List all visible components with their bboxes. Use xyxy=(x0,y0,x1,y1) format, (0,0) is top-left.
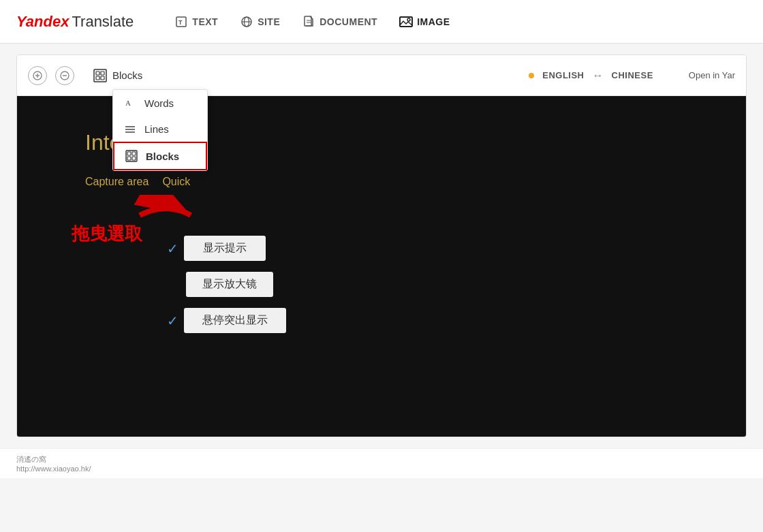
blocks-icon xyxy=(93,69,107,82)
dropdown-item-blocks[interactable]: Blocks xyxy=(113,142,207,170)
svg-rect-5 xyxy=(305,16,311,26)
btn-show-hint[interactable]: 显示提示 xyxy=(184,236,266,261)
view-mode-button[interactable]: Blocks xyxy=(88,66,148,85)
view-mode-dropdown: A Words Lines xyxy=(112,89,208,171)
svg-point-9 xyxy=(407,18,410,21)
document-icon xyxy=(302,15,315,29)
checkmark-1: ✓ xyxy=(167,240,178,257)
zoom-out-button[interactable] xyxy=(55,66,74,85)
logo-yandex: Yandex xyxy=(16,13,69,31)
lang-target-label: CHINESE xyxy=(612,70,653,80)
text-icon: T xyxy=(174,15,188,29)
header: Yandex Translate T TEXT SITE xyxy=(0,0,763,44)
toolbar: Blocks ENGLISH ↔ CHINESE Open in Yar A W… xyxy=(17,55,746,96)
svg-rect-26 xyxy=(132,152,136,155)
check-row-2: 显示放大镜 xyxy=(167,272,691,297)
svg-rect-16 xyxy=(96,72,99,75)
quick-label: Quick xyxy=(162,176,190,188)
nav-document[interactable]: DOCUMENT xyxy=(302,15,377,29)
nav-site-label: SITE xyxy=(258,16,280,27)
dropdown-item-lines[interactable]: Lines xyxy=(113,116,207,142)
nav-text-label: TEXT xyxy=(192,16,218,27)
svg-rect-27 xyxy=(127,157,131,160)
zoom-controls xyxy=(28,66,74,85)
check-row-1: ✓ 显示提示 xyxy=(167,236,691,261)
image-icon xyxy=(399,15,413,29)
lang-dot xyxy=(529,73,534,78)
view-mode-label: Blocks xyxy=(112,69,142,81)
globe-icon xyxy=(240,15,253,29)
nav-bar: T TEXT SITE xyxy=(174,15,450,29)
footer-url: http://www.xiaoyao.hk/ xyxy=(16,465,91,473)
zoom-in-button[interactable] xyxy=(28,66,47,85)
lang-source-label: ENGLISH xyxy=(542,70,584,80)
nav-image[interactable]: IMAGE xyxy=(399,15,450,29)
dropdown-blocks-label: Blocks xyxy=(146,151,179,162)
svg-rect-8 xyxy=(400,17,412,27)
nav-document-label: DOCUMENT xyxy=(320,16,377,27)
svg-text:T: T xyxy=(178,19,183,26)
svg-rect-28 xyxy=(132,157,136,160)
logo: Yandex Translate xyxy=(16,13,134,31)
words-icon: A xyxy=(124,97,136,109)
svg-rect-19 xyxy=(101,76,104,80)
lang-bar: ENGLISH ↔ CHINESE Open in Yar xyxy=(529,69,735,82)
nav-text[interactable]: T TEXT xyxy=(174,15,218,29)
blocks-icon-dropdown xyxy=(125,150,138,162)
svg-rect-17 xyxy=(101,72,104,75)
dropdown-lines-label: Lines xyxy=(144,123,169,135)
footer: 消遙の窩 http://www.xiaoyao.hk/ xyxy=(0,448,763,478)
lines-icon xyxy=(124,123,136,135)
lang-arrow-icon: ↔ xyxy=(593,69,604,82)
logo-translate: Translate xyxy=(72,13,134,31)
checkmark-3: ✓ xyxy=(167,313,178,329)
dropdown-words-label: Words xyxy=(144,97,174,109)
btn-show-magnifier[interactable]: 显示放大镜 xyxy=(186,272,273,297)
open-in-yar-link[interactable]: Open in Yar xyxy=(689,70,735,80)
capture-label: Capture area xyxy=(85,176,149,188)
nav-site[interactable]: SITE xyxy=(240,15,280,29)
svg-rect-25 xyxy=(127,152,131,155)
svg-text:A: A xyxy=(125,99,131,107)
main-area: Blocks ENGLISH ↔ CHINESE Open in Yar A W… xyxy=(16,54,747,437)
svg-rect-18 xyxy=(96,76,99,80)
check-row-3: ✓ 悬停突出显示 xyxy=(167,308,691,333)
dropdown-item-words[interactable]: A Words xyxy=(113,90,207,116)
nav-image-label: IMAGE xyxy=(417,16,450,27)
capture-area-row: Capture area Quick xyxy=(85,176,691,188)
drag-text: 拖曳選取 xyxy=(72,222,142,246)
btn-hover-highlight[interactable]: 悬停突出显示 xyxy=(184,308,286,333)
footer-watermark: 消遙の窩 xyxy=(16,455,46,463)
